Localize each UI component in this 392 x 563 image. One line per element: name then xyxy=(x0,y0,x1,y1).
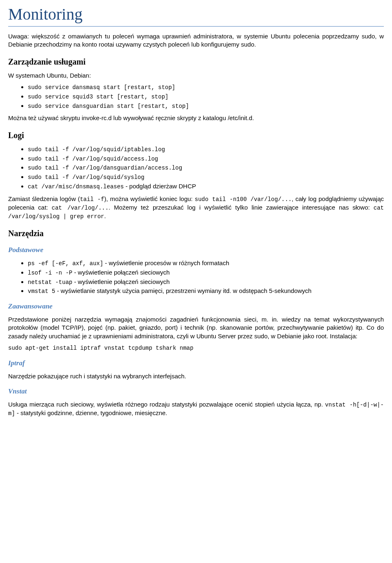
section-tools-heading: Narzędzia xyxy=(8,228,384,239)
text: Usługa mierząca ruch sieciowy, wyświetla… xyxy=(8,401,325,408)
list-item: sudo service squid3 start [restart, stop… xyxy=(28,92,384,101)
subsection-basic-heading: Podstawowe xyxy=(8,246,384,255)
section-logs-heading: Logi xyxy=(8,130,384,141)
text: Zamiast śledzenia logów ( xyxy=(8,195,80,202)
intro-paragraph: Uwaga: większość z omawianych tu poleceń… xyxy=(8,32,384,49)
install-command-line: sudo apt-get install iptraf vnstat tcpdu… xyxy=(8,344,384,352)
desc: - wyświetlenie połączeń sieciowych xyxy=(72,269,169,276)
list-item: sudo tail -f /var/log/dansguardian/acces… xyxy=(28,163,384,172)
subsection-iptraf-heading: Iptraf xyxy=(8,359,384,368)
list-item: lsof -i -n -P - wyświetlenie połączeń si… xyxy=(28,268,384,277)
list-item: sudo tail -f /var/log/squid/syslog xyxy=(28,173,384,181)
inline-command: sudo tail -n100 /var/log/... xyxy=(195,196,292,203)
text: ), można wyświetlić koniec logu: xyxy=(104,195,194,202)
page-title: Monitoring xyxy=(8,3,384,27)
command: sudo tail -f /var/log/dansguardian/acces… xyxy=(28,165,182,171)
list-item: vmstat 5 - wyświetlanie statystyk użycia… xyxy=(28,287,384,295)
command: sudo tail -f /var/log/squid/access.log xyxy=(28,156,158,162)
list-item: sudo service dansmasq start [restart, st… xyxy=(28,83,384,92)
desc: - wyświetlenie połączeń sieciowych xyxy=(72,278,169,285)
subsection-advanced-heading: Zaawansowane xyxy=(8,302,384,311)
list-item: sudo service dansguardian start [restart… xyxy=(28,102,384,110)
logs-list: sudo tail -f /var/log/squid/iptables.log… xyxy=(8,145,384,191)
iptraf-paragraph: Narzędzie pokazujące ruch i statystyki n… xyxy=(8,372,384,380)
list-item: sudo tail -f /var/log/squid/access.log xyxy=(28,154,384,163)
services-p2: Można też używać skryptu invoke-rc.d lub… xyxy=(8,114,384,122)
list-item: ps -ef [-eF, axf, aux] - wyświetlenie pr… xyxy=(28,259,384,268)
services-list: sudo service dansmasq start [restart, st… xyxy=(8,83,384,110)
text: . Możemy też przeszukać log i wyświetlić… xyxy=(109,204,374,211)
command: sudo tail -f /var/log/squid/iptables.log xyxy=(28,146,165,153)
inline-command: tail -f xyxy=(80,196,105,203)
command: sudo apt-get install iptraf vnstat tcpdu… xyxy=(8,345,194,351)
command: lsof -i -n -P xyxy=(28,270,72,276)
services-p1: W systemach Ubuntu, Debian: xyxy=(8,71,384,80)
section-services-heading: Zarządzanie usługami xyxy=(8,56,384,67)
vnstat-paragraph: Usługa mierząca ruch sieciowy, wyświetla… xyxy=(8,400,384,418)
text: . xyxy=(104,212,106,219)
list-item: netstat -tuap - wyświetlenie połączeń si… xyxy=(28,278,384,286)
subsection-vnstat-heading: Vnstat xyxy=(8,387,384,396)
list-item: sudo tail -f /var/log/squid/iptables.log xyxy=(28,145,384,154)
command: cat /var/misc/dnsmasq.leases xyxy=(28,183,124,190)
text: - statystyki godzinne, dzienne, tygodnio… xyxy=(15,409,167,416)
command: sudo service dansmasq start [restart, st… xyxy=(28,84,175,91)
desc: - wyświetlenie procesów w różnych format… xyxy=(103,259,229,266)
command: ps -ef [-eF, axf, aux] xyxy=(28,260,103,267)
command: sudo service dansguardian start [restart… xyxy=(28,103,189,109)
inline-command: cat /var/log/... xyxy=(52,205,109,211)
basic-tools-list: ps -ef [-eF, axf, aux] - wyświetlenie pr… xyxy=(8,259,384,296)
command: sudo tail -f /var/log/squid/syslog xyxy=(28,174,145,181)
desc: - podgląd dzierżaw DHCP xyxy=(124,183,196,190)
command: vmstat 5 xyxy=(28,288,55,295)
list-item: cat /var/misc/dnsmasq.leases - podgląd d… xyxy=(28,182,384,191)
command: sudo service squid3 start [restart, stop… xyxy=(28,94,168,100)
advanced-paragraph: Przedstawione poniżej narzędzia wymagają… xyxy=(8,315,384,340)
command: netstat -tuap xyxy=(28,279,72,286)
desc: - wyświetlanie statystyk użycia pamięci,… xyxy=(55,287,312,294)
logs-paragraph: Zamiast śledzenia logów (tail -f), można… xyxy=(8,195,384,221)
